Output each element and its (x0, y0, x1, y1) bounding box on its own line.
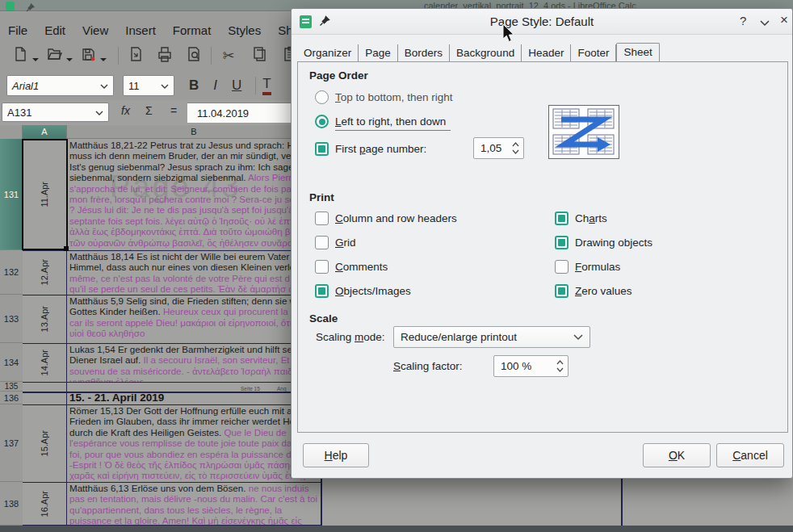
menu-file[interactable]: File (8, 23, 27, 37)
dialog-close-button[interactable]: × (780, 12, 788, 28)
row-header-138[interactable]: 138 (0, 482, 23, 526)
name-box[interactable]: A131 (2, 103, 109, 122)
spin-arrows-icon[interactable] (512, 142, 519, 154)
checkbox-objects-images[interactable] (315, 284, 329, 298)
spin-arrows-icon[interactable] (556, 360, 564, 372)
cell-b138[interactable]: Matthäus 6,13 Erlöse uns von dem Bösen. … (67, 482, 321, 526)
print-preview-button[interactable] (183, 45, 204, 66)
scaling-mode-dropdown[interactable]: Reduce/enlarge printout (393, 326, 590, 348)
copy-button[interactable] (249, 45, 270, 66)
equals-button[interactable]: = (170, 104, 177, 117)
checkbox-charts[interactable] (555, 212, 569, 225)
label-charts[interactable]: Charts (575, 212, 607, 224)
first-page-number-checkbox[interactable] (315, 142, 329, 156)
row-border (23, 482, 321, 483)
label-column-row-headers[interactable]: Column and row headers (335, 212, 457, 224)
row-header-133[interactable]: 133 (0, 295, 23, 343)
label-formulas[interactable]: Formulas (575, 261, 620, 273)
checkbox-drawing-objects[interactable] (555, 236, 569, 249)
cell-a134[interactable]: 14.Apr (23, 343, 67, 382)
font-size-combobox[interactable]: 11 (123, 75, 174, 96)
chevron-down-icon (100, 78, 108, 93)
tab-organizer[interactable]: Organizer (297, 44, 359, 62)
help-button[interactable]: Help (303, 443, 369, 467)
new-document-button[interactable] (10, 45, 31, 66)
checkbox-zero-values[interactable] (555, 284, 569, 298)
cell-a136[interactable] (23, 392, 67, 404)
open-dropdown[interactable] (66, 58, 73, 61)
cut-button[interactable]: ✂ (218, 45, 239, 66)
cell-b134[interactable]: Lukas 1,54 Er gedenkt der Barmherzigkeit… (67, 343, 321, 382)
cell-b133[interactable]: Matthäus 5,9 Selig sind, die Frieden sti… (67, 295, 321, 343)
label-objects-images[interactable]: Objects/Images (335, 285, 411, 297)
font-color-button[interactable]: T (262, 76, 271, 95)
tab-background[interactable]: Background (450, 44, 522, 62)
cell-a135[interactable] (23, 382, 67, 392)
first-page-number-label[interactable]: First page number: (335, 143, 426, 155)
menu-styles[interactable]: Styles (228, 23, 261, 37)
cell-a137[interactable]: 15.Apr (23, 404, 67, 482)
column-header-b[interactable]: B (67, 125, 321, 139)
italic-button[interactable]: I (213, 77, 217, 94)
label-drawing-objects[interactable]: Drawing objects (575, 237, 652, 249)
export-pdf-button[interactable] (125, 45, 146, 66)
checkbox-column-row-headers[interactable] (315, 212, 329, 225)
scaling-factor-spinbox[interactable]: 100 % (493, 355, 569, 377)
label-comments[interactable]: Comments (335, 261, 388, 273)
label-zero-values[interactable]: Zero values (575, 285, 632, 297)
font-name-combobox[interactable]: Arial1 (6, 75, 114, 96)
row-header-131[interactable]: 131 (0, 139, 23, 250)
selection-fill-handle[interactable] (64, 246, 69, 251)
cell-b131[interactable]: Matthäus 18,21-22 Petrus trat zu Jesus u… (67, 139, 321, 250)
row-header-134[interactable]: 134 (0, 343, 23, 382)
dialog-help-button[interactable]: ? (740, 14, 746, 27)
cell-a132[interactable]: 12.Apr (23, 250, 67, 295)
tab-header[interactable]: Header (522, 44, 571, 62)
tab-footer[interactable]: Footer (571, 44, 616, 62)
new-document-dropdown[interactable] (32, 58, 39, 61)
ok-button[interactable]: OK (643, 443, 711, 467)
tab-sheet[interactable]: Sheet (616, 43, 659, 63)
print-icon (156, 45, 174, 66)
cell-b136[interactable]: 15. - 21. April 2019 (67, 392, 321, 404)
cell-b132[interactable]: Matthäus 18,14 Es ist nicht der Wille be… (67, 250, 321, 295)
radio-left-to-right[interactable] (315, 115, 329, 128)
menu-edit[interactable]: Edit (44, 23, 65, 37)
print-button[interactable] (154, 45, 175, 66)
dialog-rollup-button[interactable] (760, 15, 770, 29)
radio-left-to-right-label[interactable]: Left to right, then down (335, 115, 446, 128)
cancel-button[interactable]: Cancel (716, 443, 784, 467)
save-dropdown[interactable] (100, 58, 107, 61)
menu-view[interactable]: View (82, 23, 108, 37)
cell-a138[interactable]: 16.Apr (23, 482, 67, 526)
function-wizard-button[interactable]: fx (121, 104, 130, 117)
cell-b137[interactable]: Römer 15,13 Der Gott der Hoffnung erfüll… (67, 404, 321, 482)
save-button[interactable] (78, 45, 99, 66)
select-all-corner[interactable] (0, 125, 23, 139)
radio-top-to-bottom-label[interactable]: Top to bottom, then right (335, 91, 453, 103)
first-page-number-spinbox[interactable]: 1,05 (473, 137, 524, 159)
sum-button[interactable]: Σ (145, 104, 153, 117)
label-grid[interactable]: Grid (335, 237, 356, 249)
bold-button[interactable]: B (189, 77, 199, 94)
underline-button[interactable]: U (232, 77, 241, 94)
radio-top-to-bottom[interactable] (315, 90, 329, 104)
tab-borders[interactable]: Borders (398, 44, 450, 62)
tab-page[interactable]: Page (359, 44, 398, 62)
row-header-137[interactable]: 137 (0, 404, 23, 482)
menu-format[interactable]: Format (173, 23, 212, 37)
menu-insert[interactable]: Insert (125, 23, 156, 37)
row-header-135[interactable]: 135 (0, 382, 23, 392)
dialog-title: Page Style: Default (292, 15, 792, 28)
checkbox-grid[interactable] (315, 236, 329, 249)
row-header-136[interactable]: 136 (0, 392, 23, 404)
checkbox-comments[interactable] (315, 260, 329, 274)
cell-a133[interactable]: 13.Apr (23, 295, 67, 343)
row-header-132[interactable]: 132 (0, 250, 23, 295)
open-button[interactable] (44, 45, 65, 66)
cell-b135[interactable]: Seite 15 Ang (67, 382, 321, 392)
checkbox-formulas[interactable] (555, 260, 569, 274)
dialog-titlebar[interactable]: Page Style: Default ? × (292, 9, 792, 35)
column-header-a[interactable]: A (23, 125, 67, 139)
toolbar-separator (255, 77, 256, 94)
